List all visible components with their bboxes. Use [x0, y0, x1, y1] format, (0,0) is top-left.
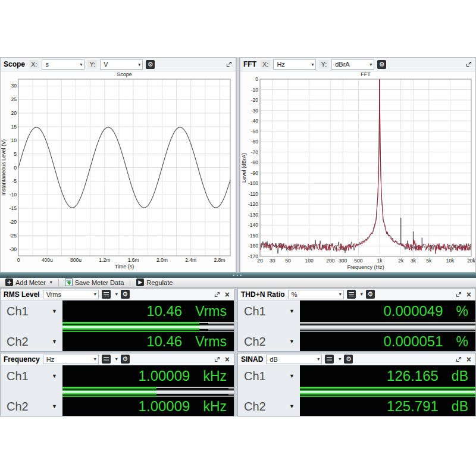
- meter-body-thd-n-ratio: Ch1▼0.000049%Ch2▼0.000051%: [238, 300, 475, 351]
- chevron-down-icon: ▼: [52, 373, 57, 379]
- scope-y-unit-select[interactable]: V ▾: [100, 60, 143, 70]
- gear-icon: ⚙: [148, 61, 154, 68]
- meter-value-unit: dB: [452, 399, 468, 415]
- meter-panel-rms-level: RMS LevelVrms▾▾⚙×Ch1▼10.46VrmsCh2▼10.46V…: [0, 288, 234, 352]
- scope-settings-button[interactable]: ⚙: [146, 60, 155, 69]
- meter-close-button[interactable]: ×: [224, 355, 231, 364]
- expand-icon: [214, 356, 221, 363]
- meter-panel-thd-n-ratio: THD+N Ratio%▾▾⚙×Ch1▼0.000049%Ch2▼0.00005…: [237, 288, 476, 352]
- add-meter-label: Add Meter: [15, 279, 46, 286]
- meter-title: Frequency: [4, 355, 40, 364]
- gear-icon: ⚙: [346, 356, 352, 362]
- fft-panel-title: FFT: [243, 60, 256, 68]
- chevron-down-icon: ▾: [94, 356, 96, 362]
- channel-label: Ch2: [7, 400, 29, 414]
- gear-icon: ⚙: [367, 291, 373, 298]
- channel-select-ch1[interactable]: Ch1▼: [238, 300, 300, 322]
- fft-chart[interactable]: -170-160-150-140-130-120-110-100-90-80-7…: [240, 71, 475, 274]
- channel-display-ch1: 0.000049%: [300, 300, 475, 322]
- meter-panel-frequency: FrequencyHz▾▾⚙×Ch1▼1.00009kHzCh2▼1.00009…: [0, 353, 234, 416]
- meter-bars-spacer: [238, 322, 300, 332]
- svg-text:3k: 3k: [411, 258, 416, 264]
- meter-settings-button[interactable]: ⚙: [121, 290, 130, 299]
- meter-value-unit: kHz: [203, 399, 227, 415]
- scope-chart[interactable]: -30-25-20-15-10-50510152025300400u800u1.…: [1, 71, 236, 274]
- channel-label: Ch2: [244, 335, 266, 349]
- channel-select-ch2[interactable]: Ch2▼: [1, 397, 62, 416]
- save-meter-data-button[interactable]: Save Meter Data: [61, 278, 128, 287]
- meter-display-mode-button[interactable]: [347, 290, 356, 299]
- meter-unit-select[interactable]: Hz▾: [43, 355, 99, 364]
- fft-expand-button[interactable]: [465, 61, 472, 68]
- svg-text:-10: -10: [251, 87, 259, 93]
- meter-panel-sinad: SINADdB▾▾⚙×Ch1▼126.165dBCh2▼125.791dB: [237, 353, 476, 416]
- meter-settings-button[interactable]: ⚙: [344, 355, 353, 364]
- chevron-down-icon: ▾: [115, 356, 118, 362]
- scope-y-unit-value: V: [104, 61, 108, 68]
- svg-text:200: 200: [326, 258, 334, 264]
- svg-text:100: 100: [305, 258, 314, 264]
- meter-expand-button[interactable]: [214, 291, 221, 298]
- meter-close-button[interactable]: ×: [224, 290, 231, 299]
- level-bar-ch2: [62, 393, 234, 397]
- meter-value-unit: Vrms: [195, 303, 227, 320]
- add-meter-button[interactable]: + Add Meter ▾: [2, 278, 56, 287]
- meter-unit-select[interactable]: Vrms▾: [43, 290, 99, 299]
- meter-display-mode-button[interactable]: [102, 355, 111, 364]
- meter-unit-select[interactable]: dB▾: [266, 355, 322, 364]
- scope-expand-button[interactable]: [226, 61, 233, 68]
- meter-display-mode-button[interactable]: [102, 290, 111, 299]
- svg-text:-100: -100: [248, 180, 258, 186]
- bar-display-icon: [349, 292, 354, 296]
- meter-body-frequency: Ch1▼1.00009kHzCh2▼1.00009kHz: [1, 365, 234, 416]
- channel-select-ch2[interactable]: Ch2▼: [238, 332, 300, 351]
- meter-close-button[interactable]: ×: [465, 355, 472, 364]
- meter-grid: RMS LevelVrms▾▾⚙×Ch1▼10.46VrmsCh2▼10.46V…: [0, 288, 476, 416]
- fft-settings-button[interactable]: ⚙: [377, 60, 386, 69]
- scope-panel-title: Scope: [4, 60, 25, 68]
- gear-icon: ⚙: [379, 61, 385, 68]
- meter-header-sinad: SINADdB▾▾⚙×: [238, 353, 475, 365]
- channel-select-ch1[interactable]: Ch1▼: [1, 365, 62, 387]
- svg-text:30: 30: [270, 258, 275, 264]
- scope-header: Scope X: s ▾ Y: V ▾ ⚙: [1, 58, 236, 71]
- audio-analyzer-screenshot: Scope X: s ▾ Y: V ▾ ⚙: [0, 0, 476, 476]
- svg-text:-80: -80: [251, 159, 259, 165]
- meter-expand-button[interactable]: [455, 356, 462, 363]
- meter-expand-button[interactable]: [214, 356, 221, 363]
- channel-select-ch2[interactable]: Ch2▼: [238, 397, 300, 416]
- regulate-button[interactable]: ▶ Regulate: [133, 278, 176, 287]
- chevron-down-icon: ▾: [138, 62, 140, 67]
- meter-body-rms-level: Ch1▼10.46VrmsCh2▼10.46Vrms: [1, 300, 234, 351]
- chevron-down-icon: ▾: [80, 62, 82, 67]
- meter-bars: [62, 387, 234, 397]
- channel-select-ch1[interactable]: Ch1▼: [238, 365, 300, 387]
- gear-icon: ⚙: [122, 291, 128, 298]
- meter-value: 1.00009: [139, 398, 190, 415]
- meter-close-button[interactable]: ×: [465, 290, 472, 299]
- meter-unit-select[interactable]: %▾: [288, 290, 344, 299]
- fft-y-unit-select[interactable]: dBrA ▾: [331, 60, 374, 70]
- level-bar-ch1: [300, 322, 475, 326]
- fft-x-unit-select[interactable]: Hz ▾: [273, 60, 316, 70]
- channel-label: Ch2: [7, 335, 29, 349]
- regulate-label: Regulate: [146, 279, 173, 286]
- meter-display-mode-button[interactable]: [325, 355, 334, 364]
- meter-header-thd-n-ratio: THD+N Ratio%▾▾⚙×: [238, 289, 475, 300]
- meter-settings-button[interactable]: ⚙: [366, 290, 375, 299]
- scope-x-unit-select[interactable]: s ▾: [42, 60, 84, 70]
- meter-title: THD+N Ratio: [241, 290, 285, 299]
- chevron-down-icon: ▼: [289, 308, 295, 314]
- channel-select-ch2[interactable]: Ch2▼: [1, 332, 62, 351]
- meter-bars-spacer: [1, 322, 62, 332]
- svg-text:-90: -90: [251, 170, 259, 176]
- chevron-down-icon: ▾: [339, 292, 342, 297]
- svg-text:5k: 5k: [426, 258, 432, 264]
- svg-text:1.2m: 1.2m: [99, 257, 110, 263]
- meter-unit-value: dB: [270, 356, 277, 363]
- meter-header-rms-level: RMS LevelVrms▾▾⚙×: [1, 289, 234, 300]
- meter-settings-button[interactable]: ⚙: [121, 355, 130, 364]
- meter-expand-button[interactable]: [455, 291, 462, 298]
- level-bar-ch2: [300, 328, 475, 332]
- channel-select-ch1[interactable]: Ch1▼: [1, 300, 62, 322]
